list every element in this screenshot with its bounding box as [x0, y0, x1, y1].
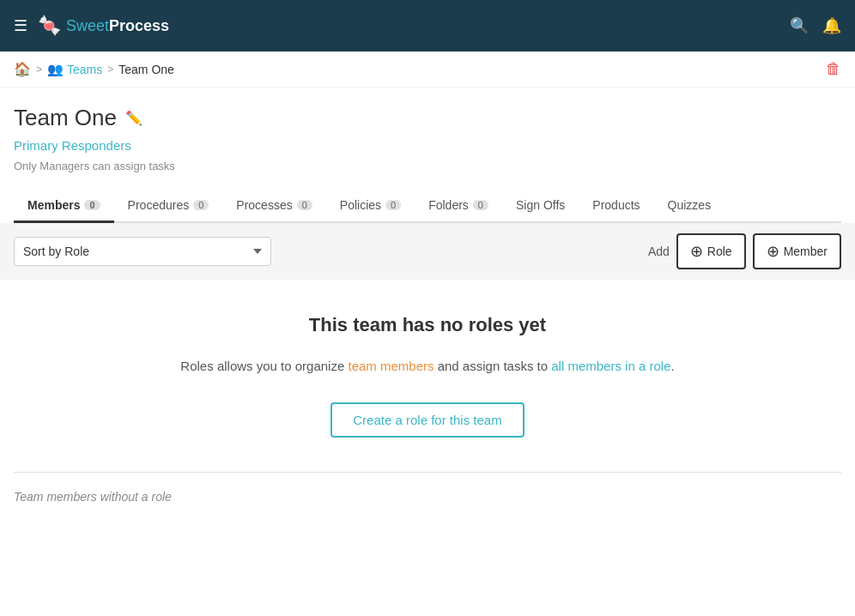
- add-member-button[interactable]: ⊕ Member: [753, 233, 841, 269]
- tab-members-label: Members: [27, 198, 80, 212]
- tabs-bar: Members 0 Procedures 0 Processes 0 Polic…: [14, 190, 841, 223]
- tab-policies-label: Policies: [340, 198, 381, 212]
- logo-process: Process: [109, 17, 169, 34]
- page-content: Team One ✏️ Primary Responders Only Mana…: [0, 88, 855, 529]
- toolbar: Sort by Role Sort by Name Add ⊕ Role ⊕ M…: [0, 223, 855, 280]
- teams-icon: 👥: [47, 62, 64, 77]
- without-role-section: Team members without a role: [14, 472, 841, 512]
- search-icon[interactable]: 🔍: [790, 16, 809, 35]
- team-subtitle: Primary Responders: [14, 138, 841, 153]
- tab-members[interactable]: Members 0: [14, 190, 114, 223]
- toolbar-right: Add ⊕ Role ⊕ Member: [648, 233, 841, 269]
- add-label: Add: [648, 245, 670, 258]
- bell-icon[interactable]: 🔔: [822, 16, 841, 35]
- empty-desc-part3: .: [670, 359, 674, 373]
- add-role-button[interactable]: ⊕ Role: [676, 233, 746, 269]
- top-nav: ☰ 🍬 SweetProcess 🔍 🔔: [0, 0, 855, 51]
- delete-icon[interactable]: 🗑: [826, 60, 841, 78]
- tab-members-badge: 0: [84, 200, 100, 210]
- tab-procedures[interactable]: Procedures 0: [114, 190, 223, 223]
- home-icon: 🏠: [14, 61, 31, 77]
- tab-policies-badge: 0: [385, 200, 401, 210]
- tab-policies[interactable]: Policies 0: [326, 190, 415, 223]
- role-plus-icon: ⊕: [690, 242, 703, 261]
- hamburger-icon[interactable]: ☰: [14, 16, 27, 35]
- tab-signoffs[interactable]: Sign Offs: [502, 190, 579, 223]
- tab-procedures-badge: 0: [193, 200, 209, 210]
- tab-folders-label: Folders: [428, 198, 469, 212]
- logo: 🍬 SweetProcess: [38, 15, 169, 37]
- tab-products-label: Products: [592, 198, 640, 212]
- empty-desc-highlight2: all members in a role: [551, 359, 670, 373]
- logo-sweet: Sweet: [66, 17, 109, 34]
- tab-folders-badge: 0: [473, 200, 488, 210]
- tab-processes-badge: 0: [297, 200, 312, 210]
- empty-title: This team has no roles yet: [31, 314, 824, 336]
- tab-procedures-label: Procedures: [128, 198, 190, 212]
- page-title-row: Team One ✏️: [14, 105, 841, 131]
- nav-left: ☰ 🍬 SweetProcess: [14, 15, 169, 37]
- empty-desc: Roles allows you to organize team member…: [31, 357, 824, 377]
- teams-link[interactable]: 👥 Teams: [47, 62, 102, 77]
- page-title: Team One: [14, 105, 117, 131]
- breadcrumb-sep-1: >: [36, 63, 42, 75]
- breadcrumb-left: 🏠 > 👥 Teams > Team One: [14, 61, 174, 77]
- home-link[interactable]: 🏠: [14, 61, 31, 77]
- tab-processes-label: Processes: [236, 198, 292, 212]
- sort-select[interactable]: Sort by Role Sort by Name: [14, 237, 271, 266]
- logo-icon: 🍬: [38, 15, 61, 37]
- empty-desc-highlight1: team members: [348, 359, 434, 373]
- tab-quizzes-label: Quizzes: [668, 198, 712, 212]
- breadcrumb-current: Team One: [118, 63, 174, 76]
- without-role-text: Team members without a role: [14, 490, 172, 504]
- create-role-button[interactable]: Create a role for this team: [330, 402, 524, 438]
- empty-state: This team has no roles yet Roles allows …: [14, 280, 841, 463]
- nav-right: 🔍 🔔: [790, 16, 841, 35]
- member-btn-label: Member: [784, 245, 828, 258]
- tab-folders[interactable]: Folders 0: [415, 190, 502, 223]
- empty-desc-part2: and assign tasks to: [434, 359, 552, 373]
- tab-processes[interactable]: Processes 0: [222, 190, 325, 223]
- breadcrumb-bar: 🏠 > 👥 Teams > Team One 🗑: [0, 51, 855, 88]
- tab-quizzes[interactable]: Quizzes: [654, 190, 725, 223]
- tab-signoffs-label: Sign Offs: [516, 198, 565, 212]
- role-btn-label: Role: [707, 245, 732, 258]
- logo-text: SweetProcess: [66, 17, 169, 35]
- tab-products[interactable]: Products: [579, 190, 653, 223]
- teams-label: Teams: [67, 63, 102, 76]
- empty-desc-part1: Roles allows you to organize: [180, 359, 348, 373]
- edit-icon[interactable]: ✏️: [125, 110, 142, 126]
- info-text: Only Managers can assign tasks: [14, 160, 841, 172]
- member-plus-icon: ⊕: [767, 242, 779, 261]
- breadcrumb-sep-2: >: [107, 63, 113, 75]
